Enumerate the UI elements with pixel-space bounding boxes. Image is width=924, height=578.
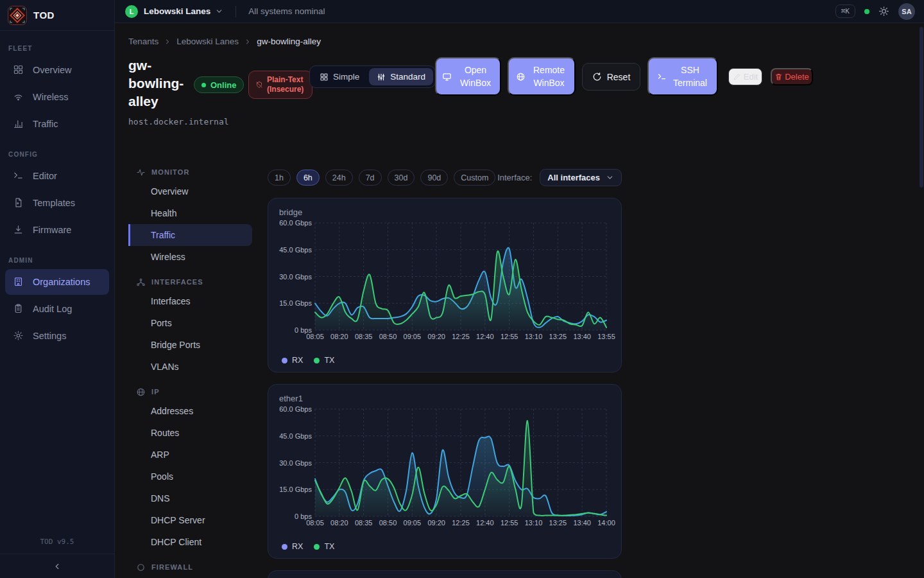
subnav-item-dhcp-server[interactable]: DHCP Server: [128, 509, 252, 531]
breadcrumb: Tenants Lebowski Lanes gw-bowling-alley: [128, 37, 924, 46]
sidebar-item-label: Wireless: [33, 92, 69, 102]
sidebar-item-traffic[interactable]: Traffic: [5, 111, 109, 137]
legend-item-tx[interactable]: TX: [314, 356, 334, 365]
subnav-section-label: IP: [151, 388, 160, 396]
range-chip-6h[interactable]: 6h: [296, 170, 320, 186]
sidebar-item-label: Audit Log: [33, 304, 72, 314]
legend-item-tx[interactable]: TX: [314, 542, 334, 551]
subnav-item-overview[interactable]: Overview: [128, 180, 252, 202]
subnav-item-firewall[interactable]: Firewall: [128, 575, 252, 578]
clipboard-icon: [13, 303, 24, 315]
subnav-item-vlans[interactable]: VLANs: [128, 356, 252, 378]
open-winbox-button[interactable]: Open WinBox: [435, 57, 501, 96]
y-axis-tick: 30.0 Gbps: [279, 273, 312, 281]
y-axis-tick: 45.0 Gbps: [279, 432, 312, 440]
breadcrumb-tenants[interactable]: Tenants: [128, 37, 158, 46]
delete-button[interactable]: Delete: [771, 68, 813, 85]
range-chip-90d[interactable]: 90d: [420, 170, 448, 186]
legend-item-rx[interactable]: RX: [282, 542, 303, 551]
range-chip-1h[interactable]: 1h: [268, 170, 291, 186]
tenant-switcher[interactable]: L Lebowski Lanes: [125, 5, 223, 18]
subnav-item-bridge-ports[interactable]: Bridge Ports: [128, 334, 252, 356]
pencil-icon: [733, 73, 741, 81]
y-axis-tick: 15.0 Gbps: [279, 486, 312, 493]
subnav-item-label: Addresses: [151, 406, 193, 416]
sidebar-item-label: Overview: [33, 65, 71, 75]
gear-icon: [13, 330, 24, 342]
x-axis-tick: 13:55: [597, 333, 615, 340]
nav-section-config: CONFIGEditorTemplatesFirmware: [0, 146, 114, 243]
subnav-item-ports[interactable]: Ports: [128, 312, 252, 334]
refresh-icon: [592, 72, 602, 82]
chevron-down-icon: [215, 7, 223, 15]
subnav-item-interfaces[interactable]: Interfaces: [128, 290, 252, 312]
subnav-item-label: VLANs: [151, 362, 179, 372]
legend-dot-rx: [282, 544, 287, 550]
sidebar-item-label: Firmware: [33, 225, 71, 235]
subnav-item-arp[interactable]: ARP: [128, 444, 252, 466]
tenant-name: Lebowski Lanes: [144, 6, 210, 16]
page-content: Tenants Lebowski Lanes gw-bowling-alley …: [115, 23, 924, 578]
chart-title: bridge: [279, 207, 302, 217]
view-mode-simple[interactable]: Simple: [312, 68, 367, 85]
ssh-terminal-button[interactable]: SSH Terminal: [647, 57, 718, 96]
sidebar-item-settings[interactable]: Settings: [5, 323, 109, 349]
range-chip-30d[interactable]: 30d: [388, 170, 415, 186]
chart-plot-ether1: 60.0 Gbps45.0 Gbps30.0 Gbps15.0 Gbps0 bp…: [268, 385, 622, 559]
range-chip-7d[interactable]: 7d: [359, 170, 382, 186]
subnav-section-firewall: FIREWALL: [128, 559, 252, 575]
subnav-item-pools[interactable]: Pools: [128, 466, 252, 487]
topbar: L Lebowski Lanes All systems nominal ⌘K …: [115, 0, 924, 23]
scrollbar-thumb[interactable]: [920, 27, 923, 188]
sidebar-item-organizations[interactable]: Organizations: [5, 269, 109, 295]
edit-button[interactable]: Edit: [728, 68, 762, 85]
subnav-item-label: Traffic: [151, 230, 175, 240]
time-range-chips: 1h6h24h7d30d90dCustom: [268, 170, 495, 186]
subnav-section-interfaces: INTERFACES: [128, 274, 252, 290]
sidebar-item-overview[interactable]: Overview: [5, 57, 109, 83]
x-axis-tick: 12:25: [452, 333, 470, 340]
interface-select[interactable]: All interfaces: [540, 169, 622, 186]
legend-label: RX: [292, 542, 303, 551]
reset-button[interactable]: Reset: [582, 63, 640, 91]
legend-item-rx[interactable]: RX: [282, 356, 303, 365]
subnav-section-label: INTERFACES: [151, 278, 203, 286]
range-chip-24h[interactable]: 24h: [325, 170, 353, 186]
x-axis-tick: 08:05: [306, 519, 324, 527]
subnav-item-health[interactable]: Health: [128, 202, 252, 224]
range-chip-custom[interactable]: Custom: [454, 170, 495, 186]
sidebar-item-wireless[interactable]: Wireless: [5, 84, 109, 110]
subnav-item-traffic[interactable]: Traffic: [128, 224, 252, 246]
subnav-item-label: ARP: [151, 450, 169, 460]
user-avatar[interactable]: SA: [898, 3, 915, 20]
chart-legend: RXTX: [282, 356, 334, 365]
device-subnav: MONITOROverviewHealthTrafficWirelessINTE…: [128, 158, 252, 578]
remote-winbox-button[interactable]: Remote WinBox: [508, 57, 576, 96]
subnav-item-dhcp-client[interactable]: DHCP Client: [128, 531, 252, 553]
sidebar-item-editor[interactable]: Editor: [5, 163, 109, 189]
breadcrumb-tenant[interactable]: Lebowski Lanes: [176, 37, 239, 46]
x-axis-tick: 13:10: [525, 519, 543, 527]
sidebar-item-firmware[interactable]: Firmware: [5, 217, 109, 243]
globe-icon: [136, 387, 146, 397]
view-mode-standard[interactable]: Standard: [369, 68, 433, 85]
subnav-item-wireless[interactable]: Wireless: [128, 246, 252, 268]
sidebar-item-templates[interactable]: Templates: [5, 190, 109, 216]
x-axis-tick: 12:55: [501, 333, 518, 340]
theme-toggle-sun-icon[interactable]: [878, 6, 889, 17]
subnav-item-routes[interactable]: Routes: [128, 422, 252, 444]
sidebar-item-audit-log[interactable]: Audit Log: [5, 296, 109, 322]
sidebar-footer: TOD v9.5: [0, 531, 114, 578]
x-axis-tick: 14:00: [597, 519, 615, 527]
command-palette-shortcut[interactable]: ⌘K: [835, 4, 855, 18]
security-warning-badge: Plain-Text (Insecure): [248, 71, 312, 99]
subnav-item-addresses[interactable]: Addresses: [128, 400, 252, 422]
file-icon: [13, 197, 24, 209]
x-axis-tick: 08:35: [355, 333, 373, 340]
breadcrumb-device: gw-bowling-alley: [257, 37, 321, 46]
sidebar-item-label: Templates: [33, 198, 75, 208]
sidebar-collapse-button[interactable]: [0, 554, 114, 578]
online-status-badge: Online: [194, 76, 244, 93]
x-axis-tick: 09:05: [404, 333, 422, 340]
subnav-item-dns[interactable]: DNS: [128, 487, 252, 509]
